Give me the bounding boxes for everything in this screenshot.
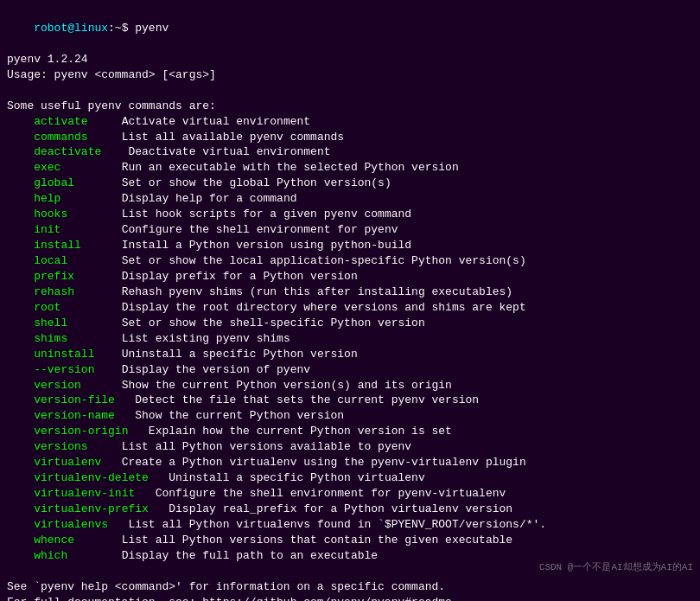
blank-1 bbox=[7, 83, 693, 99]
cmd-versions: versions List all Python versions availa… bbox=[7, 439, 693, 455]
prompt-user: robot@linux bbox=[34, 22, 108, 35]
cmd-root: root Display the root directory where ve… bbox=[7, 300, 693, 316]
terminal-window: robot@linux:~$ pyenv pyenv 1.2.24 Usage:… bbox=[0, 0, 700, 601]
cmd-help: help Display help for a command bbox=[7, 191, 693, 207]
usage-line: Usage: pyenv <command> [<args>] bbox=[7, 67, 693, 83]
cmd-uninstall: uninstall Uninstall a specific Python ve… bbox=[7, 347, 693, 362]
cmd-virtualenv-init: virtualenv-init Configure the shell envi… bbox=[7, 486, 693, 502]
cmd-virtualenv: virtualenv Create a Python virtualenv us… bbox=[7, 455, 693, 470]
cmd-local: local Set or show the local application-… bbox=[7, 253, 693, 269]
cmd-version-flag: --version Display the version of pyenv bbox=[7, 362, 693, 378]
cmd-commands: commands List all available pyenv comman… bbox=[7, 130, 693, 145]
cmd-version-name: version-name Show the current Python ver… bbox=[7, 408, 693, 424]
cmd-version: version Show the current Python version(… bbox=[7, 378, 693, 393]
version-line: pyenv 1.2.24 bbox=[7, 52, 693, 67]
cmd-prefix: prefix Display prefix for a Python versi… bbox=[7, 269, 693, 285]
cmd-shims: shims List existing pyenv shims bbox=[7, 331, 693, 347]
cmd-deactivate: deactivate Deactivate virtual environmen… bbox=[7, 144, 693, 160]
cmd-activate: activate Activate virtual environment bbox=[7, 114, 693, 130]
watermark: CSDN @一个不是AI却想成为AI的AI bbox=[539, 560, 693, 573]
cmd-rehash: rehash Rehash pyenv shims (run this afte… bbox=[7, 285, 693, 300]
cmd-shell: shell Set or show the shell-specific Pyt… bbox=[7, 316, 693, 331]
cmd-install: install Install a Python version using p… bbox=[7, 238, 693, 253]
footer-1: See `pyenv help <command>' for informati… bbox=[7, 579, 693, 595]
cmd-virtualenv-delete: virtualenv-delete Uninstall a specific P… bbox=[7, 470, 693, 486]
cmd-whence: whence List all Python versions that con… bbox=[7, 533, 693, 548]
cmd-hooks: hooks List hook scripts for a given pyen… bbox=[7, 207, 693, 222]
intro-line: Some useful pyenv commands are: bbox=[7, 99, 693, 114]
cmd-virtualenvs: virtualenvs List all Python virtualenvs … bbox=[7, 517, 693, 533]
cmd-global: global Set or show the global Python ver… bbox=[7, 176, 693, 191]
cmd-virtualenv-prefix: virtualenv-prefix Display real_prefix fo… bbox=[7, 502, 693, 517]
cmd-init: init Configure the shell environment for… bbox=[7, 222, 693, 238]
prompt-line-1: robot@linux:~$ pyenv bbox=[7, 5, 693, 52]
cmd-version-file: version-file Detect the file that sets t… bbox=[7, 393, 693, 408]
cmd-version-origin: version-origin Explain how the current P… bbox=[7, 424, 693, 439]
cmd-exec: exec Run an executable with the selected… bbox=[7, 160, 693, 176]
footer-2: For full documentation, see: https://git… bbox=[7, 595, 693, 601]
